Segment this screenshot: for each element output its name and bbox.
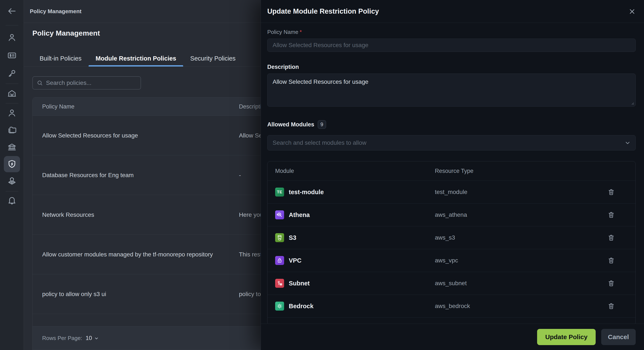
chevron-down-icon [624,140,631,146]
module-resource-type: aws_subnet [435,280,466,287]
sidebar-item-person[interactable] [4,105,20,121]
col-module: Module [275,168,294,174]
trash-icon[interactable] [606,301,616,311]
module-resource-type: aws_vpc [435,257,458,264]
chevron-down-icon [94,335,99,341]
module-name: VPC [289,257,302,264]
module-row: S3aws_s3 [268,226,636,249]
modal-header: Update Module Restriction Policy [261,0,644,23]
module-name: Bedrock [289,303,314,310]
close-icon[interactable] [626,6,638,17]
module-name: S3 [289,234,296,241]
breadcrumb: Policy Management [30,8,82,15]
update-policy-modal: Update Module Restriction Policy Policy … [261,0,644,350]
sidebar-item-key[interactable] [4,65,20,81]
cancel-button[interactable]: Cancel [601,329,636,345]
module-row: Subnetaws_subnet [268,272,636,294]
description-label: Description [267,64,636,70]
policy-desc-cell: Allow Se [239,132,262,139]
policy-name-placeholder: Allow Selected Resources for usage [272,42,368,49]
module-row: Athenaaws_athena [268,203,636,226]
module-name: Subnet [289,280,310,287]
school-building-icon [7,89,17,98]
sidebar-item-school-building[interactable] [4,85,20,102]
policy-name-cell: Database Resources for Eng team [42,172,134,179]
folders-icon [7,125,17,135]
policy-desc-cell: Here you [239,211,263,218]
test-module-module-icon: TE [275,188,284,197]
module-search-select[interactable]: Search and select modules to allow [267,135,636,151]
policy-desc-cell: This rest [239,251,262,258]
resize-grip-icon[interactable] [630,101,634,105]
sidebar-item-bank[interactable] [4,139,20,155]
tab-bar: Built-in PoliciesModule Restriction Poli… [32,50,242,67]
sidebar [0,0,24,350]
description-value: Allow Selected Resources for usage [272,79,630,85]
billing-card-icon [7,51,17,60]
sidebar-item-back-arrow[interactable] [4,3,20,19]
search-icon [37,80,43,86]
rows-per-page-label: Rows Per Page: [42,335,82,341]
policy-name-cell: Network Resources [42,211,94,218]
module-resource-type: aws_athena [435,211,467,218]
tab-module-restriction-policies[interactable]: Module Restriction Policies [88,50,183,67]
module-row-partial [268,317,636,323]
policy-name-cell: Allow Selected Resources for usage [42,132,138,139]
update-policy-button[interactable]: Update Policy [537,329,596,345]
shield-bolt-icon [7,159,17,169]
sidebar-divider [6,103,18,103]
rows-per-page-value: 10 [86,335,92,341]
trash-icon[interactable] [606,187,616,197]
search-placeholder: Search policies... [46,80,91,86]
sidebar-item-cubes[interactable] [4,173,20,189]
bell-icon [7,195,17,205]
module-row: TEtest-moduletest_module [268,181,636,203]
allowed-modules-count-badge: 9 [318,120,326,129]
back-arrow-icon [7,6,17,16]
sidebar-item-bell[interactable] [4,192,20,208]
sidebar-item-folders[interactable] [4,122,20,138]
modules-table-rows: TEtest-moduletest_moduleAthenaaws_athena… [268,181,636,323]
trash-icon[interactable] [606,210,616,220]
sidebar-item-user[interactable] [4,30,20,46]
app-root: Policy Management Policy Management Buil… [0,0,644,350]
module-select-placeholder: Search and select modules to allow [272,139,366,146]
tab-security-policies[interactable]: Security Policies [183,50,242,67]
modal-title: Update Module Restriction Policy [267,7,379,15]
tab-built-in-policies[interactable]: Built-in Policies [32,50,88,67]
required-asterisk: * [300,29,302,35]
col-policy-name: Policy Name [42,103,74,110]
col-resource-type: Resource Type [435,168,474,174]
user-icon [7,33,17,43]
trash-icon[interactable] [606,279,616,288]
subnet-module-icon [275,279,284,288]
policy-name-input[interactable]: Allow Selected Resources for usage [267,39,636,52]
allowed-modules-table: Module Resource Type TEtest-moduletest_m… [267,161,636,323]
person-icon [7,108,17,118]
policy-desc-cell: policy to [239,291,261,297]
policy-name-cell: Allow customer modules managed by the tf… [42,251,213,258]
key-icon [7,68,17,78]
trash-icon[interactable] [606,256,616,265]
policy-desc-cell: - [239,172,241,179]
sidebar-divider [6,191,18,191]
vpc-module-icon [275,256,284,265]
allowed-modules-row: Allowed Modules 9 [267,120,636,129]
search-policies-input[interactable]: Search policies... [32,76,141,90]
modules-table-header: Module Resource Type [268,161,636,181]
trash-icon[interactable] [606,233,616,242]
rows-per-page-select[interactable]: 10 [86,335,99,341]
policy-name-cell: policy to allow only s3 ui [42,291,106,297]
bedrock-module-icon [275,302,284,310]
athena-module-icon [275,210,284,219]
allowed-modules-label: Allowed Modules [267,121,314,128]
modal-footer: Update Policy Cancel [261,323,644,350]
module-name: Athena [289,211,310,218]
description-textarea[interactable]: Allow Selected Resources for usage [267,74,636,107]
modal-body: Policy Name* Allow Selected Resources fo… [261,23,644,323]
module-resource-type: test_module [435,189,468,195]
module-name: test-module [289,189,324,196]
sidebar-item-billing-card[interactable] [4,47,20,64]
bank-icon [7,142,17,152]
sidebar-item-shield-bolt[interactable] [4,156,20,172]
